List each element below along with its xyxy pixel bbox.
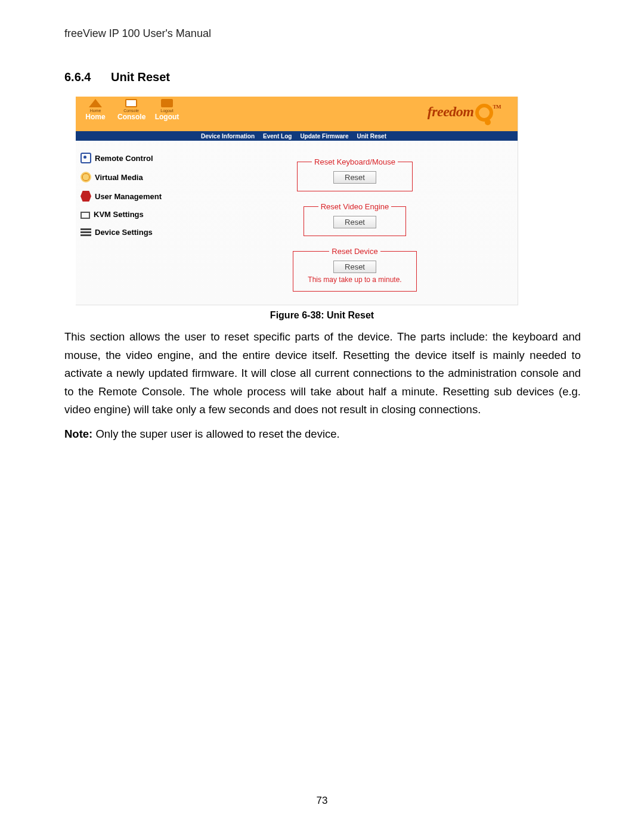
content-pane: Reset Keyboard/Mouse Reset Reset Video E… xyxy=(192,141,518,305)
reset-device-group: Reset Device Reset This may take up to a… xyxy=(293,247,416,292)
brand-tm: TM xyxy=(493,104,501,110)
reset-keyboard-mouse-legend: Reset Keyboard/Mouse xyxy=(312,157,398,166)
console-icon xyxy=(125,99,137,107)
figure-caption: Figure 6-38: Unit Reset xyxy=(0,310,644,321)
section-title: Unit Reset xyxy=(111,70,170,83)
sidebar-item-label: Virtual Media xyxy=(95,173,143,182)
note-text: Only the super user is allowed to reset … xyxy=(92,428,339,440)
subnav-event-log[interactable]: Event Log xyxy=(263,133,292,140)
reset-keyboard-mouse-button[interactable]: Reset xyxy=(333,171,376,184)
remote-control-icon xyxy=(80,153,91,163)
device-settings-icon xyxy=(80,228,91,237)
nav-logout-small: Logout xyxy=(153,109,181,113)
sidebar-item-device-settings[interactable]: Device Settings xyxy=(80,227,187,237)
nav-logout-label: Logout xyxy=(153,113,181,121)
body-paragraph: This section allows the user to reset sp… xyxy=(64,328,581,419)
reset-keyboard-mouse-group: Reset Keyboard/Mouse Reset xyxy=(297,157,413,191)
nav-logout[interactable]: Logout Logout xyxy=(153,99,181,121)
nav-home-label: Home xyxy=(82,113,109,121)
running-header: freeView IP 100 User's Manual xyxy=(64,27,211,40)
sidebar-item-label: Device Settings xyxy=(95,228,153,237)
header-bar: Home Home Console Console Logout Logout … xyxy=(76,97,518,131)
brand-text: freedom xyxy=(428,104,474,119)
section-number: 6.6.4 xyxy=(64,70,91,83)
note-paragraph: Note: Only the super user is allowed to … xyxy=(64,425,581,444)
logout-icon xyxy=(161,99,173,107)
kvm-settings-icon xyxy=(80,212,90,219)
subnav-device-information[interactable]: Device Information xyxy=(201,133,255,140)
reset-device-legend: Reset Device xyxy=(329,247,380,256)
body-text: This section allows the user to reset sp… xyxy=(64,328,581,449)
nav-console-label: Console xyxy=(117,113,145,121)
sidebar-item-label: KVM Settings xyxy=(94,210,144,219)
sidebar-item-label: Remote Control xyxy=(95,154,153,163)
nav-home-small: Home xyxy=(82,109,109,113)
sidebar: Remote Control Virtual Media User Manage… xyxy=(76,141,192,305)
nav-console[interactable]: Console Console xyxy=(117,99,145,121)
nav-console-small: Console xyxy=(117,109,145,113)
subnav-unit-reset[interactable]: Unit Reset xyxy=(357,133,386,140)
sidebar-item-remote-control[interactable]: Remote Control xyxy=(80,153,187,163)
page-number: 73 xyxy=(0,795,644,807)
reset-video-engine-group: Reset Video Engine Reset xyxy=(304,202,407,236)
reset-device-warning: This may take up to a minute. xyxy=(308,275,401,284)
brand-logo: freedomTM xyxy=(428,104,501,122)
note-label: Note: xyxy=(64,428,92,440)
top-nav: Home Home Console Console Logout Logout xyxy=(82,99,181,121)
sub-nav: Device Information Event Log Update Firm… xyxy=(76,131,518,141)
sidebar-item-label: User Management xyxy=(95,192,162,201)
brand-nine-icon xyxy=(475,104,493,122)
sidebar-item-virtual-media[interactable]: Virtual Media xyxy=(80,172,187,182)
reset-device-button[interactable]: Reset xyxy=(333,261,376,273)
subnav-update-firmware[interactable]: Update Firmware xyxy=(300,133,348,140)
user-management-icon xyxy=(80,191,91,202)
home-icon xyxy=(89,99,102,107)
figure-unit-reset: Home Home Console Console Logout Logout … xyxy=(76,97,518,305)
sidebar-item-user-management[interactable]: User Management xyxy=(80,191,187,202)
reset-video-engine-button[interactable]: Reset xyxy=(333,216,376,228)
reset-video-engine-legend: Reset Video Engine xyxy=(318,202,392,211)
virtual-media-icon xyxy=(80,172,91,182)
section-heading: 6.6.4 Unit Reset xyxy=(64,70,170,84)
sidebar-item-kvm-settings[interactable]: KVM Settings xyxy=(80,210,187,219)
nav-home[interactable]: Home Home xyxy=(82,99,109,121)
